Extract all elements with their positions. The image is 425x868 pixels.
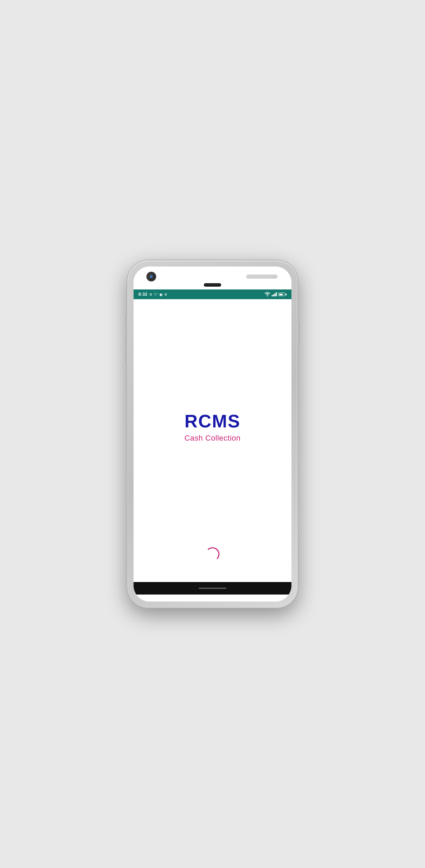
battery-fill bbox=[279, 294, 283, 295]
speaker-grille bbox=[246, 275, 278, 279]
top-bezel bbox=[134, 267, 291, 289]
screen-content: RCMS Cash Collection bbox=[134, 299, 291, 582]
camera-speaker-row bbox=[134, 273, 291, 280]
status-bar: 8:32 ⚙ 🛡 ▣ ⚙ bbox=[134, 289, 291, 299]
home-indicator bbox=[199, 588, 226, 589]
front-camera bbox=[147, 273, 155, 280]
status-right bbox=[265, 292, 287, 296]
bottom-nav-bar bbox=[134, 582, 291, 595]
loading-spinner bbox=[206, 547, 219, 561]
battery-icon bbox=[278, 293, 287, 296]
battery-body bbox=[278, 293, 285, 296]
phone-screen: 8:32 ⚙ 🛡 ▣ ⚙ bbox=[134, 267, 291, 601]
face-id-notch bbox=[204, 283, 221, 287]
loading-spinner-container bbox=[206, 547, 219, 561]
sd-card-icon: ▣ bbox=[159, 293, 162, 296]
shield-icon: 🛡 bbox=[154, 293, 158, 296]
app-logo-area: RCMS Cash Collection bbox=[184, 411, 241, 443]
app-title: RCMS bbox=[184, 411, 240, 432]
settings2-icon: ⚙ bbox=[164, 293, 167, 296]
app-subtitle: Cash Collection bbox=[184, 434, 241, 443]
signal-bars bbox=[272, 292, 277, 296]
phone-device: 8:32 ⚙ 🛡 ▣ ⚙ bbox=[127, 260, 298, 608]
status-left: 8:32 ⚙ 🛡 ▣ ⚙ bbox=[138, 292, 167, 297]
bottom-bezel bbox=[134, 595, 291, 601]
wifi-icon bbox=[265, 292, 270, 296]
battery-tip bbox=[286, 294, 287, 295]
status-time: 8:32 bbox=[138, 292, 147, 297]
settings-icon: ⚙ bbox=[149, 293, 152, 296]
